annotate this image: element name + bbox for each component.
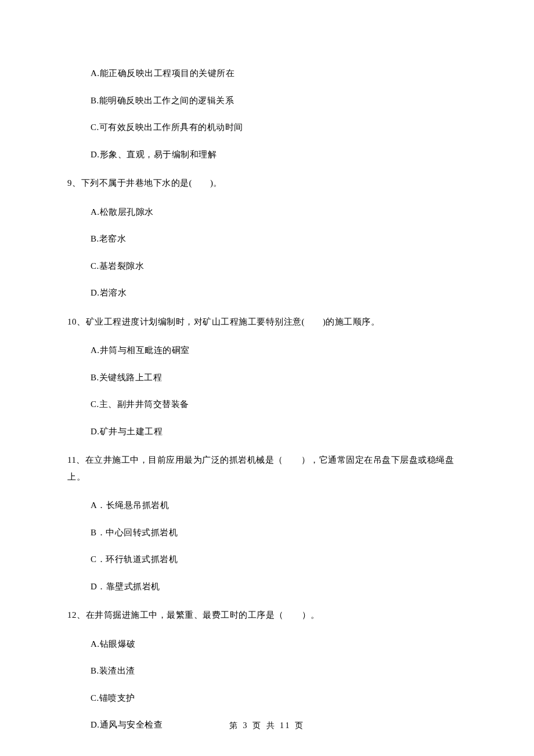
question-12-options: A.钻眼爆破 B.装渣出渣 C.锚喷支护 D.通风与安全检查 <box>67 638 467 732</box>
question-11-options: A．长绳悬吊抓岩机 B．中心回转式抓岩机 C．环行轨道式抓岩机 D．靠壁式抓岩机 <box>67 499 467 593</box>
page-footer: 第 3 页 共 11 页 <box>0 719 534 732</box>
option-b: B.装渣出渣 <box>91 664 467 678</box>
option-d: D.岩溶水 <box>91 286 467 300</box>
option-c: C.锚喷支护 <box>91 692 467 705</box>
option-b: B.老窑水 <box>91 232 467 246</box>
option-c: C.可有效反映出工作所具有的机动时间 <box>91 121 467 134</box>
page-content: A.能正确反映出工程项目的关键所在 B.能明确反映出工作之间的逻辑关系 C.可有… <box>0 0 534 732</box>
option-c: C.基岩裂隙水 <box>91 260 467 273</box>
option-d: D.矿井与土建工程 <box>91 425 467 438</box>
option-a: A.井筒与相互毗连的硐室 <box>91 344 467 357</box>
question-9-stem: 9、下列不属于井巷地下水的是( )。 <box>67 175 467 192</box>
option-d: D.形象、直观，易于编制和理解 <box>91 148 467 161</box>
option-a: A．长绳悬吊抓岩机 <box>91 499 467 512</box>
question-11-stem: 11、在立井施工中，目前应用最为广泛的抓岩机械是（ ），它通常固定在吊盘下层盘或… <box>67 452 467 485</box>
option-a: A.钻眼爆破 <box>91 638 467 651</box>
prev-question-options: A.能正确反映出工程项目的关键所在 B.能明确反映出工作之间的逻辑关系 C.可有… <box>67 67 467 161</box>
option-b: B.关键线路上工程 <box>91 371 467 384</box>
option-b: B.能明确反映出工作之间的逻辑关系 <box>91 94 467 107</box>
question-10-options: A.井筒与相互毗连的硐室 B.关键线路上工程 C.主、副井井筒交替装备 D.矿井… <box>67 344 467 438</box>
option-b: B．中心回转式抓岩机 <box>91 526 467 539</box>
question-12-stem: 12、在井筒掘进施工中，最繁重、最费工时的工序是（ ）。 <box>67 607 467 624</box>
option-a: A.能正确反映出工程项目的关键所在 <box>91 67 467 80</box>
question-10-stem: 10、矿业工程进度计划编制时，对矿山工程施工要特别注意( )的施工顺序。 <box>67 314 467 330</box>
option-c: C.主、副井井筒交替装备 <box>91 398 467 411</box>
option-a: A.松散层孔隙水 <box>91 206 467 219</box>
question-9-options: A.松散层孔隙水 B.老窑水 C.基岩裂隙水 D.岩溶水 <box>67 206 467 300</box>
option-d: D．靠壁式抓岩机 <box>91 580 467 593</box>
option-c: C．环行轨道式抓岩机 <box>91 553 467 566</box>
